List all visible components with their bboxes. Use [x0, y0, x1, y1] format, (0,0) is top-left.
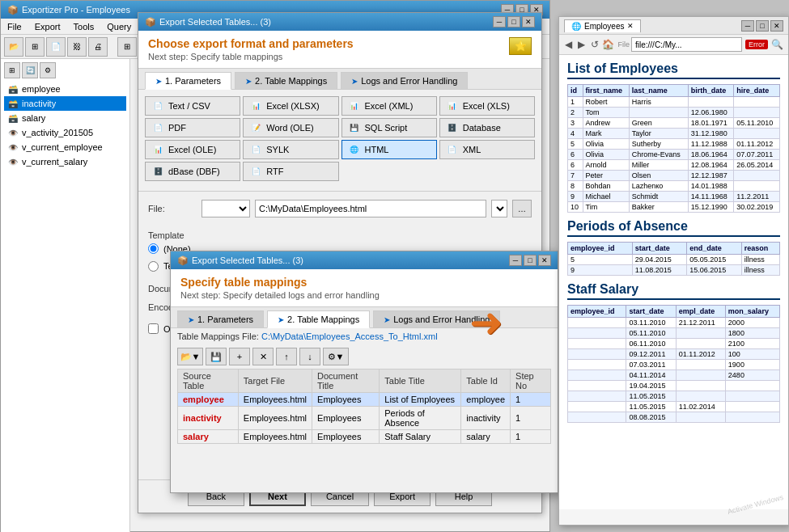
menu-tools[interactable]: Tools: [70, 21, 98, 32]
format-xls[interactable]: 📊 Excel (XLS): [439, 96, 535, 116]
col-start-date: start_date: [632, 243, 686, 255]
file-type-select[interactable]: [201, 200, 250, 217]
toolbar-doc-btn[interactable]: 📄: [46, 37, 66, 57]
tree-item-v-current-salary[interactable]: 👁️ v_current_salary: [4, 154, 126, 169]
cell-step-0: 1: [511, 393, 551, 407]
toolbar-chain-btn[interactable]: ⛓: [67, 37, 87, 57]
table-row: 08.08.2015: [568, 412, 780, 423]
tree-item-employee[interactable]: 🗃️ employee: [4, 82, 126, 96]
dialog1-maximize-btn[interactable]: □: [507, 16, 520, 27]
address-bar[interactable]: [631, 37, 742, 52]
table-row: 9MichaelSchmidt14.11.196811.2.2011: [568, 192, 780, 202]
table-row: 8BohdanLazhenко14.01.1988: [568, 181, 780, 192]
action-btn[interactable]: ⚙▼: [323, 348, 349, 365]
format-csv[interactable]: 📄 Text / CSV: [145, 96, 240, 116]
table-row: 6OliviaChrome-Evans18.06.196407.07.2011: [568, 150, 780, 160]
cell-title-2: Staff Salary: [380, 430, 461, 444]
table-row[interactable]: employee Employees.html Employees List o…: [178, 393, 551, 407]
mappings-table: Source Table Target File Document Title …: [177, 369, 551, 444]
refresh-btn[interactable]: ↺: [590, 37, 600, 52]
file-path-input[interactable]: [255, 200, 486, 217]
table-row: 11.05.2015: [568, 391, 780, 402]
dialog1-minimize-btn[interactable]: ─: [493, 16, 506, 27]
dialog2-minimize-btn[interactable]: ─: [509, 255, 522, 266]
browser-search-btn[interactable]: 🔍: [771, 37, 783, 52]
format-pdf[interactable]: 📄 PDF: [145, 118, 240, 137]
home-btn[interactable]: 🏠: [602, 37, 614, 52]
tab-table-mappings[interactable]: ➤ 2. Table Mappings: [235, 72, 337, 89]
col-empl-date: empl_date: [676, 306, 725, 318]
open-file-btn[interactable]: 📂▼: [177, 348, 203, 365]
format-sylk[interactable]: 📄 SYLK: [243, 140, 338, 159]
file-path-dropdown[interactable]: ▼: [491, 200, 507, 217]
toolbar-table-btn[interactable]: ⊞: [117, 37, 137, 57]
menu-export[interactable]: Export: [32, 21, 64, 32]
file-browse-btn[interactable]: …: [512, 200, 532, 217]
tab2-parameters[interactable]: ➤ 1. Parameters: [177, 310, 264, 327]
format-rtf[interactable]: 📄 RTF: [243, 162, 338, 181]
browser-tab[interactable]: 🌐 Employees ✕: [564, 19, 641, 32]
menu-file[interactable]: File: [4, 21, 25, 32]
browser-maximize-btn[interactable]: □: [756, 20, 769, 32]
col-birth-date: birth_date: [688, 85, 734, 97]
save-btn[interactable]: 💾: [206, 348, 227, 365]
browser-minimize-btn[interactable]: ─: [741, 20, 754, 32]
dialog1-close-btn[interactable]: ✕: [522, 16, 535, 27]
toolbar-grid-btn[interactable]: ⊞: [25, 37, 45, 57]
export-dialog-1-tab-bar: ➤ 1. Parameters ➤ 2. Table Mappings ➤ Lo…: [138, 69, 541, 90]
panel-btn-2[interactable]: 🔄: [22, 62, 38, 78]
table-row[interactable]: inactivity Employees.html Employees Peri…: [178, 407, 551, 430]
format-xlsx[interactable]: 📊 Excel (XLSX): [243, 96, 338, 116]
tab2-arrow-3: ➤: [384, 315, 390, 324]
address-bar-area: File: [617, 37, 742, 52]
tree-item-inactivity[interactable]: 🗃️ inactivity: [4, 96, 126, 111]
open-target-checkbox[interactable]: [148, 323, 159, 334]
tab2-arrow-2: ➤: [278, 315, 284, 324]
tab-logs[interactable]: ➤ Logs and Error Handling: [341, 72, 468, 89]
forward-nav-btn[interactable]: ▶: [577, 37, 587, 52]
format-xml[interactable]: 📄 XML: [439, 140, 535, 159]
move-up-btn[interactable]: ↑: [276, 348, 297, 365]
tab2-table-mappings-label: 2. Table Mappings: [287, 315, 359, 324]
panel-btn-1[interactable]: ⊞: [4, 62, 20, 78]
browser-close-btn[interactable]: ✕: [770, 20, 783, 32]
format-html[interactable]: 🌐 HTML: [341, 140, 437, 159]
add-row-btn[interactable]: +: [229, 348, 250, 365]
toolbar-open-btn[interactable]: 📂: [4, 37, 23, 57]
col-id: id: [568, 85, 583, 97]
cell-title-0: List of Employees: [380, 393, 461, 407]
tab-parameters[interactable]: ➤ 1. Parameters: [145, 72, 231, 90]
format-database[interactable]: 🗄️ Database: [439, 118, 535, 137]
menu-query[interactable]: Query: [104, 21, 134, 32]
tree-item-salary[interactable]: 🗃️ salary: [4, 111, 126, 125]
employees-table: id first_name last_name birth_date hire_…: [567, 84, 780, 213]
cell-source-1: inactivity: [178, 407, 239, 430]
tab-parameters-label: 1. Parameters: [165, 76, 221, 86]
format-xml-label: XML: [463, 145, 481, 154]
file-indicator: File: [617, 40, 630, 49]
toolbar-print-btn[interactable]: 🖨: [88, 37, 108, 57]
delete-row-btn[interactable]: ✕: [252, 348, 274, 365]
template-none-radio[interactable]: [148, 243, 159, 254]
format-sql[interactable]: 💾 SQL Script: [341, 118, 437, 137]
section-title-employees: List of Employees: [567, 61, 780, 79]
col-start-date-s: start_date: [626, 306, 676, 318]
format-dbf[interactable]: 🗄️ dBase (DBF): [145, 162, 240, 181]
table-row[interactable]: salary Employees.html Employees Staff Sa…: [178, 430, 551, 444]
tree-item-v-current-employee[interactable]: 👁️ v_current_employee: [4, 140, 126, 154]
format-excel-ole[interactable]: 📊 Excel (OLE): [145, 140, 240, 159]
format-word[interactable]: 📝 Word (OLE): [243, 118, 338, 137]
format-xls-label: Excel (XLS): [463, 101, 510, 111]
dialog2-close-btn[interactable]: ✕: [538, 255, 551, 266]
tree-item-v-activity[interactable]: 👁️ v_activity_201505: [4, 125, 126, 140]
template-file-radio[interactable]: [148, 261, 159, 272]
tab2-table-mappings[interactable]: ➤ 2. Table Mappings: [267, 310, 370, 328]
dialog2-maximize-btn[interactable]: □: [524, 255, 537, 266]
move-down-btn[interactable]: ↓: [299, 348, 320, 365]
star-button[interactable]: ⭐: [509, 37, 532, 55]
export-dialog-1-title: Export Selected Tables... (3): [159, 17, 271, 27]
browser-tab-close[interactable]: ✕: [627, 22, 634, 30]
panel-btn-3[interactable]: ⚙: [40, 62, 56, 78]
format-xml-excel[interactable]: 📊 Excel (XML): [341, 96, 437, 116]
back-nav-btn[interactable]: ◀: [564, 37, 574, 52]
